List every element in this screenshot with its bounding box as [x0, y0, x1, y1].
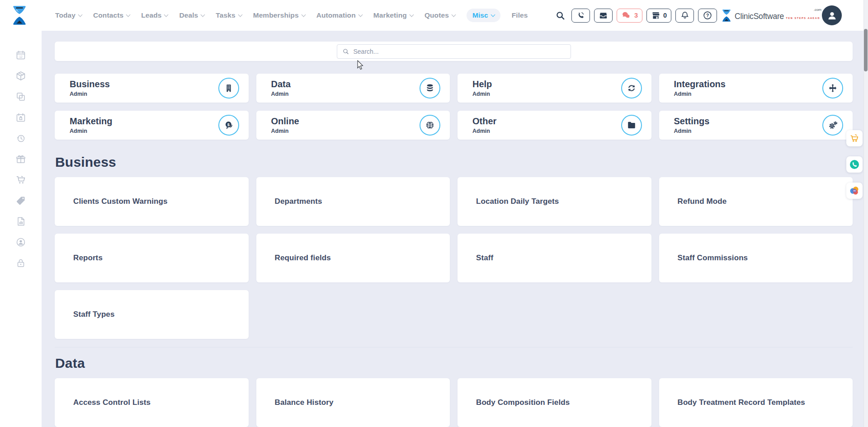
- bell-button[interactable]: [675, 9, 694, 23]
- svg-text:?: ?: [706, 13, 709, 18]
- user-avatar[interactable]: [822, 5, 842, 25]
- chat-button[interactable]: 3: [617, 9, 642, 23]
- store-button[interactable]: 0: [646, 9, 671, 23]
- section-business: BusinessClients Custom WarningsDepartmen…: [55, 155, 853, 339]
- sidebar-item-tag[interactable]: [15, 195, 27, 206]
- floating-whatsapp-button[interactable]: [846, 156, 863, 173]
- category-card-text: Business Admin: [70, 79, 110, 97]
- item-card-label: Reports: [73, 253, 103, 263]
- inbox-icon: [599, 11, 608, 20]
- main-nav: TodayContactsLeadsDealsTasksMembershipsA…: [55, 9, 528, 22]
- item-card-access-control-lists[interactable]: Access Control Lists: [55, 378, 249, 427]
- item-card-body-treatment-record-templates[interactable]: Body Treatment Record Templates: [659, 378, 853, 427]
- phone-icon: [576, 11, 585, 20]
- floating-cart-orange-button[interactable]: [846, 130, 863, 146]
- category-card-data[interactable]: Data Admin: [256, 74, 450, 103]
- category-subtitle: Admin: [472, 128, 496, 134]
- item-card-body-composition-fields[interactable]: Body Composition Fields: [458, 378, 651, 427]
- user-icon: [826, 9, 838, 22]
- category-card-marketing[interactable]: Marketing Admin $: [55, 111, 249, 140]
- nav-item-today[interactable]: Today: [55, 11, 82, 19]
- help-button[interactable]: ?: [698, 9, 717, 23]
- category-title: Online: [271, 116, 299, 127]
- item-card-staff-types[interactable]: Staff Types: [55, 290, 249, 339]
- category-card-other[interactable]: Other Admin: [458, 111, 651, 140]
- floating-widgets: AI: [846, 130, 863, 199]
- item-card-clients-custom-warnings[interactable]: Clients Custom Warnings: [55, 177, 249, 226]
- category-title: Business: [70, 79, 110, 89]
- nav-item-misc[interactable]: Misc: [467, 9, 500, 22]
- item-card-location-daily-targets[interactable]: Location Daily Targets: [458, 177, 651, 226]
- nav-item-label: Contacts: [93, 11, 123, 19]
- section-title: Data: [55, 356, 853, 371]
- category-card-help[interactable]: Help Admin: [458, 74, 651, 103]
- nav-item-quotes[interactable]: Quotes: [425, 11, 455, 19]
- move-icon: [828, 83, 838, 93]
- category-icon-circle: [621, 115, 642, 136]
- item-card-staff-commissions[interactable]: Staff Commissions: [659, 234, 853, 282]
- nav-item-leads[interactable]: Leads: [141, 11, 168, 19]
- gift-icon: [15, 154, 26, 164]
- sidebar-item-report[interactable]: [15, 216, 27, 227]
- category-card-text: Help Admin: [472, 79, 492, 97]
- category-subtitle: Admin: [271, 128, 299, 134]
- history-icon: [15, 133, 26, 144]
- sidebar-item-gift[interactable]: [15, 154, 27, 164]
- clinicsoftware-hourglass-logo[interactable]: [12, 5, 27, 26]
- search-button[interactable]: [554, 9, 567, 23]
- item-card-staff[interactable]: Staff: [458, 234, 651, 282]
- nav-item-contacts[interactable]: Contacts: [93, 11, 130, 19]
- phone-button[interactable]: [571, 9, 590, 23]
- item-card-required-fields[interactable]: Required fields: [256, 234, 450, 282]
- nav-item-tasks[interactable]: Tasks: [216, 11, 241, 19]
- bell-icon: [680, 11, 689, 20]
- category-title: Other: [472, 116, 496, 127]
- inbox-button[interactable]: [594, 9, 613, 23]
- scrollbar-thumb[interactable]: [864, 29, 868, 71]
- item-card-refund-mode[interactable]: Refund Mode: [659, 177, 853, 226]
- tag-icon: [15, 195, 26, 206]
- chevron-down-icon: [238, 12, 242, 17]
- sidebar-item-history[interactable]: [15, 133, 27, 144]
- sidebar-item-shopping-calendar[interactable]: [15, 112, 27, 123]
- section-grid: Clients Custom WarningsDepartmentsLocati…: [55, 177, 853, 339]
- database-icon: [425, 83, 435, 93]
- search-icon: [555, 10, 566, 21]
- chevron-down-icon: [126, 12, 131, 17]
- calendar-icon: 12: [15, 50, 26, 61]
- category-card-integrations[interactable]: Integrations Admin: [659, 74, 853, 103]
- shopping-calendar-icon: [15, 112, 26, 123]
- sidebar-item-lock[interactable]: [15, 258, 27, 268]
- item-card-reports[interactable]: Reports: [55, 234, 249, 282]
- category-card-settings[interactable]: Settings Admin: [659, 111, 853, 140]
- floating-ai-button[interactable]: AI: [846, 183, 863, 199]
- brand-tagline: TEN STEPS AHEAD: [786, 17, 820, 19]
- clinicsoftware-wordmark[interactable]: ClinicSoftware .com TEN STEPS AHEAD: [722, 9, 820, 23]
- nav-item-automation[interactable]: Automation: [316, 11, 362, 19]
- section-data: DataAccess Control ListsBalance HistoryB…: [55, 347, 853, 427]
- sidebar-item-support[interactable]: [15, 237, 27, 248]
- sidebar-item-cart[interactable]: [15, 174, 27, 185]
- category-card-text: Integrations Admin: [674, 79, 726, 97]
- nav-item-memberships[interactable]: Memberships: [253, 11, 305, 19]
- search-input[interactable]: [354, 48, 566, 55]
- category-grid: Business Admin Data Admin Help Admin Int…: [55, 74, 853, 140]
- gears-icon: [828, 120, 838, 131]
- category-card-business[interactable]: Business Admin: [55, 74, 249, 103]
- category-icon-circle: [621, 78, 642, 99]
- item-card-departments[interactable]: Departments: [256, 177, 450, 226]
- category-icon-circle: [822, 78, 843, 99]
- item-card-label: Access Control Lists: [73, 398, 151, 407]
- sidebar-item-package[interactable]: [15, 70, 27, 81]
- page-scrollbar[interactable]: [863, 0, 868, 427]
- sidebar-item-copy[interactable]: [15, 91, 27, 102]
- nav-item-deals[interactable]: Deals: [179, 11, 204, 19]
- search-box[interactable]: [337, 44, 571, 59]
- sidebar-item-calendar[interactable]: 12: [15, 50, 27, 61]
- nav-item-marketing[interactable]: Marketing: [373, 11, 413, 19]
- lock-icon: [15, 258, 26, 268]
- nav-item-files[interactable]: Files: [512, 11, 528, 19]
- item-card-balance-history[interactable]: Balance History: [256, 378, 450, 427]
- category-subtitle: Admin: [674, 128, 710, 134]
- category-card-online[interactable]: Online Admin: [256, 111, 450, 140]
